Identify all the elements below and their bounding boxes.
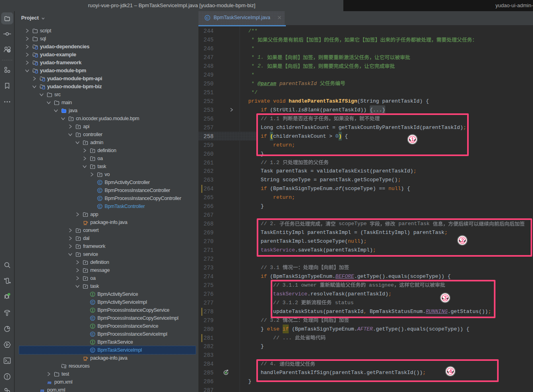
svg-text:2: 2 bbox=[461, 237, 464, 244]
svg-text:C: C bbox=[206, 16, 209, 20]
svg-text:4: 4 bbox=[449, 368, 452, 374]
svg-text:1: 1 bbox=[411, 136, 414, 143]
svg-text:3: 3 bbox=[444, 295, 447, 301]
